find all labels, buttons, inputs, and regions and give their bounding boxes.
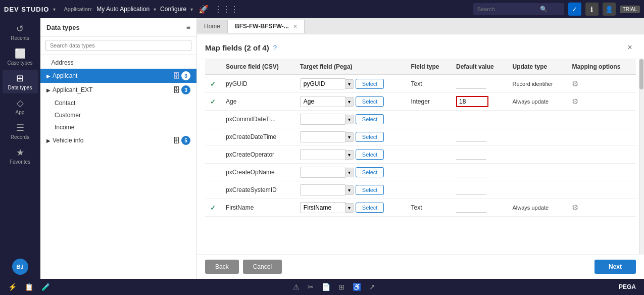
target-field-dropdown[interactable]: ▾ [345, 185, 354, 195]
configure-label[interactable]: Configure [160, 6, 186, 13]
tabs-bar: Home BFS-FW-BFSFW-... × [197, 18, 644, 34]
lightning-icon[interactable]: ⚡ [8, 283, 17, 291]
tab-home[interactable]: Home [197, 20, 228, 33]
row-check: ✓ [205, 199, 221, 217]
rocket-icon[interactable]: 🚀 [197, 3, 210, 16]
tree-item-label: Vehicle info [53, 137, 173, 144]
scroll-thumb[interactable] [639, 59, 643, 89]
user-icon[interactable]: 👤 [603, 3, 616, 16]
target-field-input[interactable] [300, 149, 345, 160]
target-field-input[interactable] [300, 167, 345, 178]
target-field-input[interactable] [300, 96, 345, 107]
search-input[interactable] [477, 6, 538, 12]
select-button[interactable]: Select [356, 96, 384, 107]
tab-close-icon[interactable]: × [293, 23, 296, 29]
row-check [205, 164, 221, 181]
flask-icon[interactable]: 🧪 [41, 283, 50, 291]
select-button[interactable]: Select [356, 79, 384, 89]
check-icon[interactable]: ✓ [568, 3, 581, 16]
sidebar-item-casetypes[interactable]: ⬜ Case types [3, 45, 38, 69]
default-value-input[interactable] [456, 79, 486, 89]
sidebar-item-app[interactable]: ◇ App [3, 94, 38, 118]
collapse-panel-button[interactable]: ≡ [186, 23, 190, 31]
avatar[interactable]: BJ [12, 259, 28, 275]
cancel-button[interactable]: Cancel [243, 260, 282, 274]
grid-icon[interactable]: ⋮⋮⋮ [214, 5, 238, 14]
col-field-type: Field type [406, 59, 452, 75]
clipboard-icon[interactable]: 📋 [25, 283, 33, 291]
source-field-cell: pyGUID [221, 75, 295, 93]
person-icon[interactable]: ♿ [353, 283, 361, 291]
select-button[interactable]: Select [356, 185, 384, 195]
tree-item-customer[interactable]: Customer [40, 109, 196, 121]
document-icon[interactable]: 📄 [322, 283, 330, 291]
search-bar[interactable]: 🔍 [473, 3, 564, 15]
select-button[interactable]: Select [356, 203, 384, 213]
target-field-dropdown[interactable]: ▾ [345, 203, 354, 213]
tree-item-address[interactable]: Address [40, 57, 196, 69]
gear-icon[interactable]: ⚙ [572, 97, 578, 106]
default-value-input[interactable] [456, 185, 486, 195]
mapping-options-cell [567, 111, 636, 128]
default-value-input[interactable] [456, 132, 486, 142]
brand-dropdown-icon[interactable]: ▾ [53, 7, 56, 12]
default-value-input[interactable] [456, 203, 486, 213]
dialog-help-icon[interactable]: ? [273, 44, 277, 52]
default-value-input[interactable] [456, 115, 486, 124]
gear-icon[interactable]: ⚙ [572, 79, 578, 88]
next-button[interactable]: Next [595, 260, 636, 274]
tree-item-contact[interactable]: Contact [40, 97, 196, 109]
app-name: My Auto Application [96, 6, 150, 13]
update-type-cell: Always update [508, 93, 567, 111]
configure-dropdown-icon[interactable]: ▾ [190, 7, 193, 12]
tree-item-vehicleinfo[interactable]: ▶ Vehicle info 🗄 5 [40, 133, 196, 148]
select-button[interactable]: Select [356, 132, 384, 142]
default-value-input[interactable] [456, 150, 486, 160]
target-field-dropdown[interactable]: ▾ [345, 97, 354, 107]
tab-bfs[interactable]: BFS-FW-BFSFW-... × [228, 20, 305, 33]
db-icon: 🗄 [173, 86, 180, 94]
source-field-cell: pxCreateSystemID [221, 181, 295, 199]
tree-item-label: Customer [55, 112, 190, 119]
info-icon[interactable]: ℹ [585, 3, 599, 16]
target-field-input[interactable] [300, 78, 345, 89]
target-field-dropdown[interactable]: ▾ [345, 150, 354, 160]
grid2-icon[interactable]: ⊞ [338, 283, 344, 291]
target-field-dropdown[interactable]: ▾ [345, 79, 354, 89]
scissors-icon[interactable]: ✂ [308, 283, 314, 291]
select-button[interactable]: Select [356, 114, 384, 124]
gear-icon[interactable]: ⚙ [572, 203, 578, 212]
sidebar-item-recents[interactable]: ↺ Recents [3, 20, 38, 44]
row-check: ✓ [205, 75, 221, 93]
search-icon[interactable]: 🔍 [540, 6, 548, 13]
sidebar-item-datatypes[interactable]: ⊞ Data types [3, 70, 38, 93]
target-field-input[interactable] [300, 131, 345, 142]
target-field-input[interactable] [300, 114, 345, 125]
target-field-dropdown[interactable]: ▾ [345, 132, 354, 142]
app-dropdown-icon[interactable]: ▾ [154, 7, 156, 12]
warning-icon[interactable]: ⚠ [293, 283, 300, 291]
dialog-close-button[interactable]: × [624, 41, 636, 54]
source-field-text: Age [226, 98, 236, 105]
target-field-dropdown[interactable]: ▾ [345, 168, 354, 177]
app-icon: ◇ [17, 97, 24, 109]
select-button[interactable]: Select [356, 167, 384, 177]
col-source [205, 59, 221, 75]
default-value-input[interactable] [456, 168, 486, 177]
scroll-track[interactable] [639, 59, 644, 254]
target-field-dropdown[interactable]: ▾ [345, 115, 354, 124]
select-button[interactable]: Select [356, 150, 384, 160]
search-data-types-input[interactable] [45, 40, 191, 51]
sidebar-item-favorites[interactable]: ★ Favorites [3, 144, 38, 168]
share-icon[interactable]: ↗ [369, 283, 375, 291]
target-field-input[interactable] [300, 184, 345, 195]
table-body: ✓pyGUID ▾ Select TextRecord identifier⚙✓… [205, 75, 636, 217]
sidebar-item-records[interactable]: ☰ Records [3, 119, 38, 143]
default-value-input[interactable] [457, 97, 487, 106]
back-button[interactable]: Back [205, 260, 239, 274]
tree-item-applicant[interactable]: ▶ Applicant 🗄 3 [40, 69, 196, 83]
target-field-input[interactable] [300, 202, 345, 213]
check-icon: ✓ [210, 80, 216, 88]
tree-item-applicant-ext[interactable]: ▶ Applicant_EXT 🗄 3 [40, 83, 196, 97]
tree-item-income[interactable]: Income [40, 121, 196, 133]
